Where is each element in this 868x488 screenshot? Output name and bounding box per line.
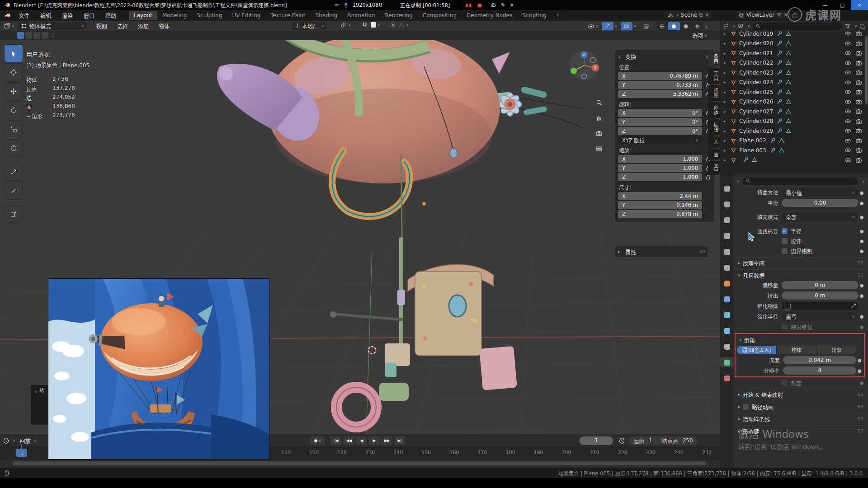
stop-recording-icon[interactable]: ■ — [477, 2, 481, 8]
outliner-row[interactable]: ▸ Cylinder.022 — [720, 58, 868, 68]
disable-in-render-camera-icon[interactable] — [855, 99, 862, 105]
outliner-row[interactable]: ▸ Cylinder.025 — [720, 87, 868, 97]
bevel-resolution-field[interactable]: 4 — [783, 366, 856, 375]
outliner-row[interactable]: ▸ Cylinder.023 — [720, 68, 868, 78]
options-button[interactable]: 选项 ∨ — [692, 32, 707, 39]
hide-in-viewport-eye-icon[interactable] — [844, 89, 851, 95]
tool-transform[interactable] — [4, 139, 23, 157]
orthographic-grid-icon[interactable] — [593, 143, 605, 155]
fill-mode-dropdown[interactable]: 全部∨ — [782, 213, 859, 221]
object-name[interactable]: Cylinder.024 — [739, 79, 773, 85]
sidebar-tab[interactable]: 人 — [708, 136, 720, 148]
editor-type-button[interactable]: ∨ — [4, 23, 14, 29]
next-keyframe-button[interactable]: ▶▶ — [381, 436, 392, 445]
animate-dot[interactable]: ● — [859, 324, 865, 329]
bevel-mode-button[interactable]: 轮廓 — [817, 346, 856, 354]
animate-dot[interactable]: ● — [859, 380, 865, 385]
draw-pencil-icon[interactable]: ✎ — [501, 2, 505, 8]
animate-dot[interactable]: ● — [859, 229, 865, 234]
expand-arrow-icon[interactable]: ▸ — [724, 70, 730, 75]
transform-panel-header[interactable]: ∨ 变换 ⠿⠿ — [618, 52, 711, 61]
lock-icon[interactable] — [702, 174, 711, 180]
prev-keyframe-button[interactable]: ◀◀ — [343, 436, 354, 445]
properties-tab-object-data[interactable] — [720, 357, 734, 367]
mode-selector[interactable]: 物体模式 ∨ — [18, 22, 87, 30]
select-intersect-button[interactable] — [42, 32, 48, 39]
outliner-row[interactable]: ▸ Cylinder.020 — [720, 39, 868, 49]
outliner-row[interactable]: ▸ Cylinder.027 — [720, 107, 868, 117]
viewport-menu-item[interactable]: 添加 — [133, 22, 154, 30]
material-preview-button[interactable] — [680, 22, 692, 30]
disable-in-render-camera-icon[interactable] — [855, 40, 862, 47]
offset-field[interactable]: 0 m — [782, 281, 859, 289]
end-frame-field[interactable]: 结束点 250 — [657, 436, 698, 445]
funnel-icon[interactable] — [776, 12, 782, 18]
disable-in-render-camera-icon[interactable] — [855, 50, 862, 56]
show-overlays-toggle[interactable] — [621, 22, 632, 30]
sidebar-tab[interactable]: 编辑 — [708, 119, 720, 136]
number-field[interactable]: X0.76789 m — [618, 72, 702, 80]
zoom-view-icon[interactable] — [593, 97, 605, 108]
number-field[interactable]: X0° — [618, 109, 702, 117]
number-field[interactable]: Z1.000 — [618, 173, 702, 181]
screenshot-camera-icon[interactable] — [490, 2, 496, 8]
number-field[interactable]: X1.000 — [618, 155, 702, 163]
filter-type-icon[interactable] — [738, 23, 744, 29]
object-name[interactable]: Plane.002 — [739, 137, 766, 144]
outliner-row[interactable]: ▸ Cylinder.026 — [720, 97, 868, 107]
hide-in-viewport-eye-icon[interactable] — [844, 118, 851, 125]
auto-keying-button[interactable]: ●∨ — [310, 436, 325, 445]
select-subtract-button[interactable] — [33, 32, 40, 39]
delete-scene-icon[interactable]: × — [705, 12, 709, 18]
properties-tab-constraints[interactable] — [720, 342, 734, 352]
taper-radius-dropdown[interactable]: 重写∨ — [782, 312, 859, 320]
hide-in-viewport-eye-icon[interactable] — [844, 137, 851, 144]
scene-selector[interactable]: ∨ Scene ⧉ × — [665, 11, 712, 19]
tool-rotate[interactable] — [4, 101, 23, 119]
animate-dot[interactable]: ● — [859, 314, 865, 319]
expand-arrow-icon[interactable]: ▸ — [724, 32, 730, 36]
object-name[interactable]: Cylinder.027 — [739, 108, 773, 115]
sidebar-tab[interactable]: M3 — [708, 161, 720, 175]
properties-tab-particles[interactable] — [720, 310, 734, 320]
workspace-tab[interactable]: Scripting — [517, 11, 551, 20]
bevel-mode-button[interactable]: 物体 — [777, 346, 816, 354]
object-name[interactable]: Cylinder.022 — [739, 60, 773, 66]
workspace-tab[interactable]: Shading — [311, 11, 343, 20]
rotation-mode-dropdown[interactable]: XYZ 欧拉 ∨ — [618, 136, 702, 144]
sidebar-tab[interactable]: 雪 — [708, 149, 720, 160]
menu-item[interactable]: 文件 — [13, 12, 35, 19]
hide-in-viewport-eye-icon[interactable] — [844, 99, 851, 105]
animate-dot[interactable]: ● — [859, 239, 865, 244]
filter-funnel-icon[interactable] — [844, 23, 851, 29]
bevel-section-header[interactable]: ∨倒角 — [737, 334, 863, 345]
xray-toggle[interactable] — [641, 22, 652, 30]
object-name[interactable]: Cylinder.023 — [739, 70, 773, 76]
sidebar-tab[interactable]: 工具 — [708, 68, 720, 84]
tool-add-primitive[interactable] — [4, 205, 23, 223]
transform-orientation-selector[interactable]: 本地/... ∨ — [292, 22, 326, 30]
outliner-search-input[interactable] — [753, 23, 842, 30]
use-preview-range-clock-icon[interactable] — [618, 437, 625, 444]
jump-to-start-button[interactable]: |◀ — [330, 436, 342, 445]
number-field[interactable]: Z0.878 m — [618, 210, 702, 218]
solid-shading-button[interactable] — [668, 22, 680, 30]
recorder-menu-icon[interactable]: ≡ — [335, 2, 339, 8]
collapsed-section-header[interactable]: ▸ 活动样条线 ⠿⠿ — [736, 413, 865, 424]
expand-arrow-icon[interactable]: ▸ — [724, 158, 730, 162]
menu-item[interactable]: 渲染 — [57, 12, 78, 19]
play-button[interactable]: ▶ — [368, 436, 380, 445]
blender-app-icon[interactable] — [5, 13, 11, 18]
visibility-dropdown[interactable]: ∨ — [588, 23, 599, 30]
viewport-menu-item[interactable]: 选择 — [112, 22, 133, 30]
tool-select-box[interactable] — [4, 44, 23, 62]
disable-in-render-camera-icon[interactable] — [855, 89, 862, 95]
disable-in-render-camera-icon[interactable] — [855, 137, 862, 144]
object-name[interactable]: Cylinder.020 — [739, 40, 773, 47]
playback-menu[interactable]: 回放 — [20, 437, 31, 445]
new-collection-icon[interactable] — [859, 23, 866, 29]
bevel-mode-button[interactable]: 圆(四舍五入) — [737, 346, 777, 354]
smooth-field[interactable]: 0.00 — [782, 199, 859, 207]
properties-search-input[interactable] — [742, 178, 858, 185]
properties-tab-object[interactable] — [720, 278, 734, 288]
